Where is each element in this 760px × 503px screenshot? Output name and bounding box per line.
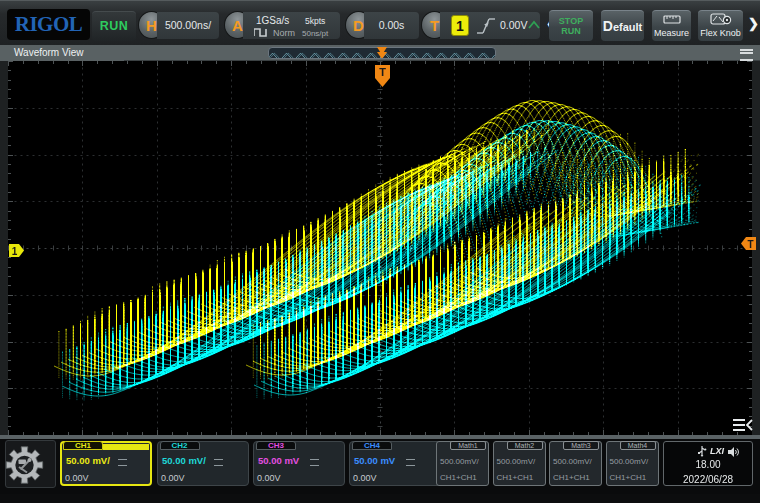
svg-text:1: 1 [12,246,18,257]
svg-text:T: T [747,239,753,250]
svg-text:T: T [379,66,386,78]
